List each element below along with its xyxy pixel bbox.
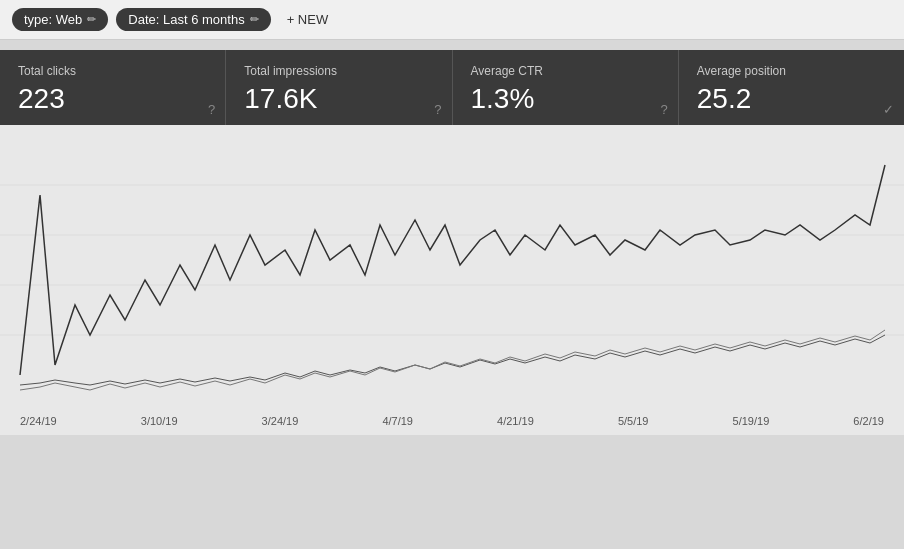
x-label-6: 5/19/19 bbox=[733, 415, 770, 427]
metric-help-icon-1[interactable]: ? bbox=[434, 102, 441, 117]
date-edit-icon: ✏ bbox=[250, 13, 259, 26]
x-label-4: 4/21/19 bbox=[497, 415, 534, 427]
x-label-3: 4/7/19 bbox=[382, 415, 413, 427]
metric-help-icon-2[interactable]: ? bbox=[661, 102, 668, 117]
date-filter-pill[interactable]: Date: Last 6 months ✏ bbox=[116, 8, 270, 31]
metric-label-2: Average CTR bbox=[471, 64, 660, 78]
metric-cell-1: Total impressions17.6K? bbox=[226, 50, 452, 125]
x-label-0: 2/24/19 bbox=[20, 415, 57, 427]
chart-area: 2/24/193/10/193/24/194/7/194/21/195/5/19… bbox=[0, 125, 904, 435]
metric-value-1: 17.6K bbox=[244, 84, 433, 115]
metric-label-0: Total clicks bbox=[18, 64, 207, 78]
metric-value-3: 25.2 bbox=[697, 84, 886, 115]
top-bar: type: Web ✏ Date: Last 6 months ✏ + NEW bbox=[0, 0, 904, 40]
metric-cell-0: Total clicks223? bbox=[0, 50, 226, 125]
x-axis: 2/24/193/10/193/24/194/7/194/21/195/5/19… bbox=[0, 411, 904, 427]
metric-cell-2: Average CTR1.3%? bbox=[453, 50, 679, 125]
line-chart bbox=[0, 135, 904, 405]
x-label-7: 6/2/19 bbox=[853, 415, 884, 427]
type-filter-label: type: Web bbox=[24, 12, 82, 27]
type-filter-pill[interactable]: type: Web ✏ bbox=[12, 8, 108, 31]
x-label-2: 3/24/19 bbox=[262, 415, 299, 427]
new-button[interactable]: + NEW bbox=[279, 8, 337, 31]
metric-help-icon-3[interactable]: ✓ bbox=[883, 102, 894, 117]
metric-value-2: 1.3% bbox=[471, 84, 660, 115]
x-label-1: 3/10/19 bbox=[141, 415, 178, 427]
x-label-5: 5/5/19 bbox=[618, 415, 649, 427]
metric-label-1: Total impressions bbox=[244, 64, 433, 78]
metric-value-0: 223 bbox=[18, 84, 207, 115]
metric-label-3: Average position bbox=[697, 64, 886, 78]
metrics-bar: Total clicks223?Total impressions17.6K?A… bbox=[0, 50, 904, 125]
impressions-line bbox=[20, 335, 885, 385]
metric-cell-3: Average position25.2✓ bbox=[679, 50, 904, 125]
date-filter-label: Date: Last 6 months bbox=[128, 12, 244, 27]
metric-help-icon-0[interactable]: ? bbox=[208, 102, 215, 117]
type-edit-icon: ✏ bbox=[87, 13, 96, 26]
